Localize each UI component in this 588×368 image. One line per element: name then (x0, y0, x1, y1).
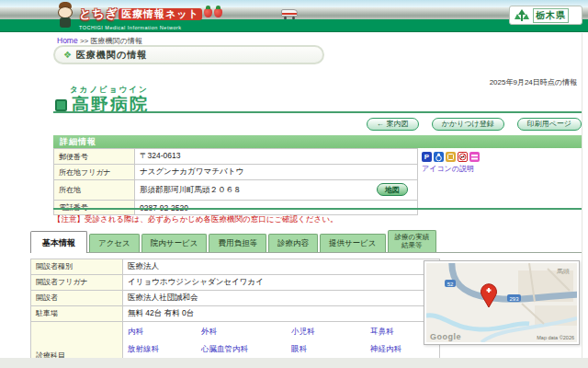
service-icon (446, 152, 456, 162)
table-row: 所在地 那須郡那珂川町馬頭２０６８ 地図 (54, 180, 418, 201)
table-row: 所在地フリガナ ナスグンナカガワマチバトウ (54, 165, 418, 180)
map-place-label: 馬頭 (557, 267, 570, 276)
table-row: 開設者フリガナ イリョウホウジンシャダンセイワカイ (31, 275, 440, 291)
department-link[interactable]: 内科 (128, 327, 198, 338)
department-link[interactable]: 心臓血管内科 (201, 344, 288, 355)
row-value: 医療法人 (123, 259, 440, 275)
breadcrumb-home-link[interactable]: Home (57, 36, 78, 45)
department-link[interactable]: 眼科 (291, 344, 367, 355)
pref-label: 栃木県 (533, 8, 569, 23)
site-logo[interactable]: とちぎ医療情報ネット TOCHIGI Medical Information N… (55, 0, 222, 33)
table-row: 駐車場 無料 42台 有料 0台 (31, 306, 440, 322)
tab-medical-content[interactable]: 診療内容 (268, 234, 318, 252)
info-date: 2025年9月24日時点の情報 (490, 77, 577, 87)
vaccination-icon (469, 152, 480, 162)
strawberry-icon (214, 8, 222, 17)
row-label: 開設者種別 (31, 259, 123, 275)
pref-leaf-icon (514, 8, 529, 23)
breadcrumb-current: 医療機関の情報 (91, 37, 142, 45)
strawberry-icon (204, 8, 212, 17)
icon-explanation-link[interactable]: アイコンの説明 (422, 164, 474, 174)
section-title: 医療機関の情報 (76, 49, 147, 62)
tochigi-pref-logo[interactable]: 栃木県 (509, 6, 582, 25)
detail-table: 郵便番号 〒324-0613 所在地フリガナ ナスグンナカガワマチバトウ 所在地… (53, 148, 418, 215)
hospital-name: 高野病院 (72, 93, 149, 117)
tab-results[interactable]: 診療の実績結果等 (388, 230, 437, 252)
row-value: 無料 42台 有料 0台 (123, 306, 440, 322)
google-logo: Google (430, 332, 461, 341)
detail-info-header: 詳細情報 (53, 135, 582, 148)
row-label: 駐車場 (31, 306, 123, 322)
bottom-band (0, 358, 588, 368)
row-value: イリョウホウジンシャダンセイワカイ (123, 275, 440, 291)
right-border (582, 33, 582, 358)
green-divider (53, 111, 582, 113)
department-link[interactable]: 外科 (201, 327, 288, 338)
family-doctor-register-button[interactable]: かかりつけ登録 (432, 118, 504, 131)
row-value: 〒324-0613 (135, 149, 418, 165)
department-link[interactable]: 小児科 (291, 327, 367, 338)
tab-access[interactable]: アクセス (89, 234, 140, 252)
row-value: ナスグンナカガワマチバトウ (135, 165, 418, 180)
tab-bar: 基本情報 アクセス 院内サービス 費用負担等 診療内容 提供サービス 診療の実績… (30, 230, 582, 253)
map-attribution: Map data ©2026 (537, 335, 574, 340)
left-arrow-icon: ← (377, 119, 384, 130)
table-row: 郵便番号 〒324-0613 (54, 149, 418, 165)
section-header: ❖ 医療機関の情報 (53, 45, 324, 64)
tab-basic-info[interactable]: 基本情報 (30, 231, 87, 253)
mascot-icon (55, 2, 75, 29)
tab-provided-services[interactable]: 提供サービス (320, 234, 386, 252)
road-shield-52: 52 (447, 282, 454, 287)
table-row: 開設者種別 医療法人 (31, 259, 440, 275)
road-shield-293: 293 (509, 296, 519, 302)
wheelchair-icon (434, 152, 444, 162)
site-subtitle: TOCHIGI Medical Information Network (79, 24, 222, 31)
green-divider (53, 208, 582, 210)
diamond-icon: ❖ (63, 51, 72, 60)
row-label: 開設者フリガナ (31, 275, 123, 291)
caution-notice: 【注意】受診される際は、必ずあらかじめ各医療機関の窓口にご確認ください。 (53, 214, 337, 225)
print-page-button[interactable]: 印刷用ページ (517, 118, 582, 131)
row-label: 郵便番号 (54, 149, 135, 165)
breadcrumb-separator: >> (80, 37, 88, 45)
location-map[interactable]: 52 293 馬頭 Google Map data ©2026 (424, 260, 580, 345)
row-value: 医療法人社団誠和会 (123, 291, 440, 306)
tab-costs[interactable]: 費用負担等 (209, 234, 266, 252)
basic-info-table: 開設者種別 医療法人 開設者フリガナ イリョウホウジンシャダンセイワカイ 開設者… (30, 259, 440, 368)
department-link[interactable]: 神経内科 (370, 344, 435, 355)
no-smoking-icon (458, 152, 468, 162)
row-label: 開設者 (31, 291, 123, 306)
row-value: 那須郡那珂川町馬頭２０６８ 地図 (135, 180, 418, 201)
guide-map-button[interactable]: ← 案内図 (367, 118, 419, 131)
parking-icon: P (422, 152, 432, 162)
table-row: 開設者 医療法人社団誠和会 (31, 291, 440, 306)
hospital-bullet-icon (55, 99, 67, 111)
map-button[interactable]: 地図 (377, 183, 408, 196)
ambulance-icon (281, 8, 300, 19)
action-buttons: ← 案内図 かかりつけ登録 印刷用ページ (53, 118, 582, 131)
row-label: 所在地フリガナ (54, 165, 135, 180)
facility-icons: P (422, 152, 480, 162)
department-link[interactable]: 放射線科 (128, 344, 198, 355)
site-title: とちぎ医療情報ネット (79, 3, 222, 21)
map-image: 52 293 (426, 263, 577, 342)
row-label: 所在地 (54, 180, 135, 201)
tab-hospital-services[interactable]: 院内サービス (141, 234, 208, 252)
